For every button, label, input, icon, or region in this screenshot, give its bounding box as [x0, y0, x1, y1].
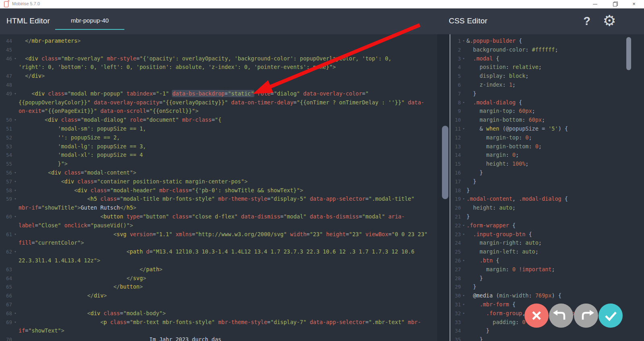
code-line: 46▾ <div class="mbr-overlay" mbr-style="… — [0, 54, 437, 72]
code-line: 52 '': popupSize == 2, — [0, 133, 437, 142]
code-line: 14 margin: 0; — [450, 151, 644, 160]
code-line: 56▾ <div class="modal-content"> — [0, 168, 437, 177]
html-editor-title: HTML Editor — [6, 17, 50, 25]
help-icon: ? — [583, 15, 590, 27]
gear-icon: ⚙ — [603, 12, 616, 29]
code-line: 8▾ .modal-dialog { — [450, 98, 644, 107]
app-title: Mobirise 5.7.0 — [12, 1, 40, 6]
code-line: 65 </button> — [0, 283, 437, 291]
code-line: 64 </svg> — [0, 274, 437, 283]
code-line: 69▾ <p class="mbr-text mbr-fonts-style" … — [0, 318, 437, 336]
code-line: 50▾ <div class="modal-dialog" role="docu… — [0, 116, 437, 125]
code-line: 59▾ <h5 class="modal-title mbr-fonts-sty… — [0, 195, 437, 212]
undo-icon — [549, 304, 573, 328]
code-line: 25 margin-left: auto; — [450, 247, 644, 256]
cancel-button[interactable] — [524, 304, 549, 328]
code-line: 20 height: auto; — [450, 204, 644, 212]
code-line: 34 } — [450, 326, 644, 335]
code-line: 15 height: 100%; — [450, 160, 644, 168]
code-line: 70 Im Jahr 2023 durch das — [0, 335, 437, 341]
maximize-button[interactable] — [608, 0, 622, 8]
help-button[interactable]: ? — [580, 13, 594, 29]
code-line: 66 </div> — [0, 291, 437, 300]
titlebar: Mobirise 5.7.0 × — [0, 0, 644, 8]
close-window-button[interactable]: × — [627, 0, 641, 8]
code-line: 11▾ & when (@popupSize = '5') { — [450, 125, 644, 133]
code-line: 4 position: relative; — [450, 63, 644, 72]
code-line: 18} — [450, 186, 644, 195]
code-line: 54 'modal-xl': popupSize == 4 — [0, 151, 437, 160]
code-line: 21} — [450, 212, 644, 221]
code-line: 22▾.form-wrapper { — [450, 221, 644, 230]
code-line: 26▾ .btn { — [450, 256, 644, 265]
undo-button[interactable] — [549, 304, 573, 328]
mobirise-window: { "titlebar": { "app_title": "Mobirise 5… — [0, 0, 644, 341]
html-editor-scrollbar-thumb[interactable] — [442, 126, 448, 199]
redo-button[interactable] — [574, 304, 598, 328]
header: HTML Editor mbr-popup-40 CSS Editor ? ⚙ — [0, 8, 644, 34]
code-line: 63 </path> — [0, 265, 437, 274]
code-line: 16 } — [450, 168, 644, 177]
code-line: 9 margin-top: 60px; — [450, 107, 644, 116]
code-line: 3▾ .modal { — [450, 54, 644, 63]
confirm-button[interactable] — [599, 304, 623, 328]
code-line: 28 } — [450, 274, 644, 283]
code-line: 17 } — [450, 177, 644, 186]
code-line: 12 margin-top: 0; — [450, 133, 644, 142]
code-line: 67 — [0, 300, 437, 309]
code-line: 35 } — [450, 335, 644, 341]
close-icon — [524, 304, 549, 328]
code-line: 51 'modal-sm': popupSize == 1, — [0, 125, 437, 133]
css-editor-title: CSS Editor — [449, 17, 487, 25]
mobirise-logo-icon — [4, 1, 8, 7]
code-line: 58▾ <div class="modal-header" mbr-class=… — [0, 186, 437, 195]
check-icon — [599, 304, 623, 328]
html-code-editor[interactable]: 44 </mbr-parameters>45 46▾ <div class="m… — [0, 34, 437, 341]
code-line: 10 margin-bottom: 60px; — [450, 116, 644, 125]
code-line: 13 margin-bottom: 0; — [450, 142, 644, 151]
code-line: 1▾&.popup-builder { — [450, 37, 644, 46]
code-line: 7 } — [450, 89, 644, 98]
code-line: 55 }"> — [0, 160, 437, 168]
code-line: 23▾ .input-group-btn { — [450, 230, 644, 239]
code-line: 57▾ <div class="container position-stati… — [0, 177, 437, 186]
code-line: 27 margin: 0 !important; — [450, 265, 644, 274]
code-line: 5 display: block; — [450, 72, 644, 81]
code-line: 68▾ <div class="modal-body"> — [0, 309, 437, 318]
code-line: 60▾ <button type="button" class="close d… — [0, 212, 437, 230]
code-line: 62▾ <path d="M13.4 12l10.3 10.3-1.4 1.4L… — [0, 247, 437, 265]
code-line: 19▾.modal-content, .modal-dialog { — [450, 195, 644, 204]
css-editor-scrollbar-thumb[interactable] — [626, 37, 631, 70]
code-line: 44 </mbr-parameters> — [0, 37, 437, 46]
code-line: 53 'modal-lg': popupSize == 3, — [0, 142, 437, 151]
code-line: 24 margin-right: auto; — [450, 239, 644, 247]
code-line: 47 </div> — [0, 72, 437, 81]
code-line: 29 } — [450, 283, 644, 291]
minimize-button[interactable] — [588, 0, 602, 8]
redo-icon — [574, 304, 598, 328]
tab-mbr-popup-40[interactable]: mbr-popup-40 — [55, 14, 124, 30]
code-line: 2 background-color: #ffffff; — [450, 46, 644, 54]
code-line: 49▾ <div class="modal mbr-popup" tabinde… — [0, 89, 437, 116]
code-line: 48 — [0, 81, 437, 89]
close-window-icon: × — [632, 1, 636, 7]
code-line: 45 — [0, 46, 437, 54]
css-code-editor[interactable]: 1▾&.popup-builder {2 background-color: #… — [450, 34, 644, 341]
minimize-icon — [593, 4, 597, 4]
code-line: 6 z-index: 1; — [450, 81, 644, 89]
settings-button[interactable]: ⚙ — [601, 11, 618, 31]
code-line: 61▾ <svg version="1.1" xmlns="http://www… — [0, 230, 437, 248]
code-line: 30▾ @media (min-width: 769px) { — [450, 291, 644, 300]
